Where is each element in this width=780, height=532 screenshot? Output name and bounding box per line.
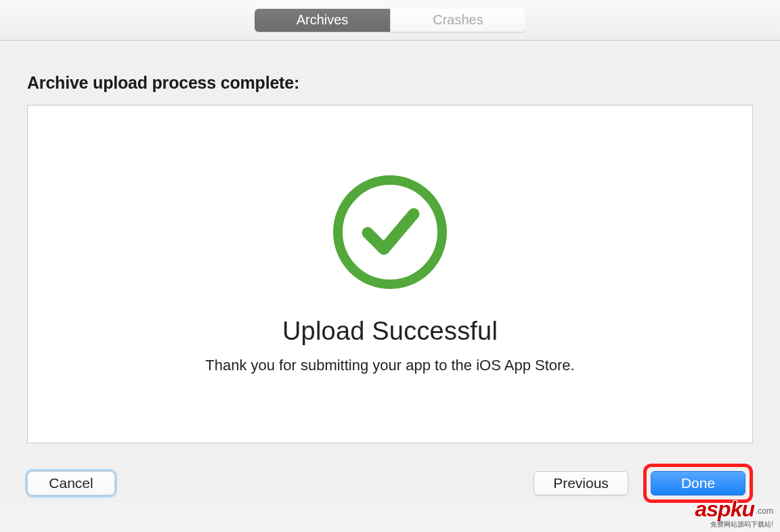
success-subtitle: Thank you for submitting your app to the… (205, 357, 574, 374)
watermark-dotcom: .com (756, 506, 773, 516)
tab-archives[interactable]: Archives (255, 9, 390, 32)
toolbar: Archives Crashes (0, 0, 780, 41)
watermark-text: aspku (695, 497, 754, 521)
dialog-footer: Cancel Previous Done (0, 443, 780, 503)
previous-button[interactable]: Previous (534, 471, 628, 495)
watermark-subtitle: 免费网站源码下载站! (695, 521, 774, 528)
tab-crashes[interactable]: Crashes (390, 9, 525, 32)
done-button[interactable]: Done (651, 471, 745, 495)
success-heading: Upload Successful (282, 317, 498, 346)
cancel-button[interactable]: Cancel (27, 471, 115, 495)
content-panel: Upload Successful Thank you for submitti… (27, 105, 753, 443)
dialog-title: Archive upload process complete: (0, 41, 780, 105)
segmented-control: Archives Crashes (255, 9, 525, 32)
svg-point-0 (338, 180, 442, 284)
success-checkmark-icon (332, 175, 448, 290)
dialog-sheet: Archive upload process complete: Upload … (0, 41, 780, 503)
watermark: aspku.com 免费网站源码下载站! (695, 498, 774, 528)
